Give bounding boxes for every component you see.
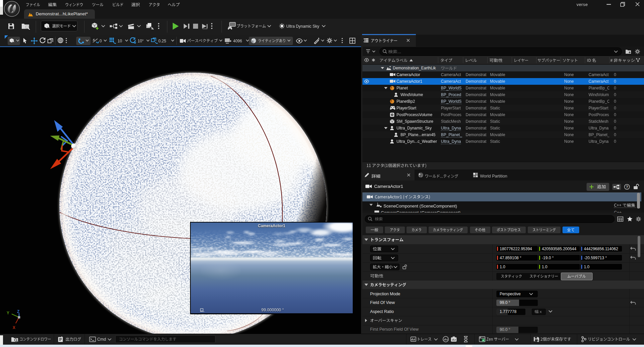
svg-text:Y: Y [7, 311, 9, 315]
svg-text:X: X [13, 325, 15, 330]
svg-text:?: ? [626, 185, 628, 189]
svg-text:Z: Z [17, 309, 19, 314]
